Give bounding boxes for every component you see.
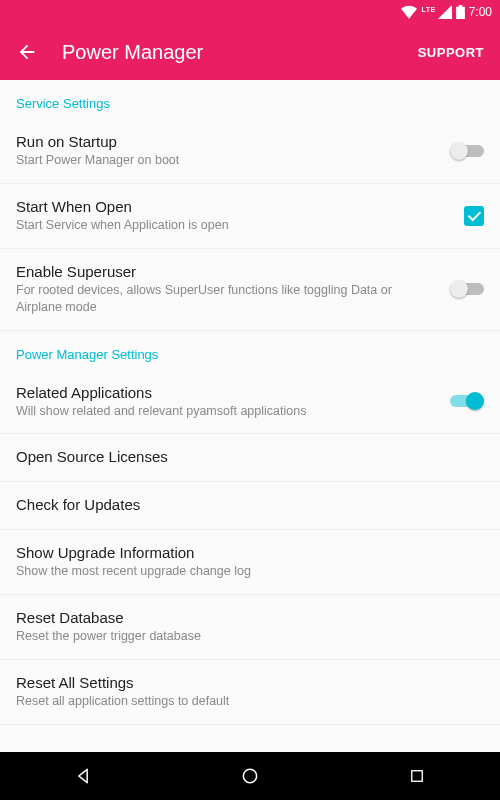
setting-reset-all-settings[interactable]: Reset All Settings Reset all application… (0, 660, 500, 725)
support-button[interactable]: SUPPORT (418, 45, 484, 60)
status-bar: LTE 7:00 (0, 0, 500, 24)
square-recent-icon (408, 767, 426, 785)
switch-related-applications[interactable] (450, 392, 484, 410)
checkbox-start-when-open[interactable] (464, 206, 484, 226)
back-button[interactable] (16, 41, 38, 63)
page-title: Power Manager (62, 41, 418, 64)
setting-reset-database[interactable]: Reset Database Reset the power trigger d… (0, 595, 500, 660)
setting-show-upgrade-info[interactable]: Show Upgrade Information Show the most r… (0, 530, 500, 595)
wifi-icon (401, 5, 417, 19)
switch-enable-superuser[interactable] (450, 280, 484, 298)
setting-start-when-open[interactable]: Start When Open Start Service when Appli… (0, 184, 500, 249)
section-header-service: Service Settings (0, 80, 500, 119)
setting-run-on-startup[interactable]: Run on Startup Start Power Manager on bo… (0, 119, 500, 184)
setting-title: Run on Startup (16, 133, 438, 150)
setting-subtitle: Start Service when Application is open (16, 217, 452, 234)
setting-title: Related Applications (16, 384, 438, 401)
setting-subtitle: Reset the power trigger database (16, 628, 472, 645)
setting-title: Enable Superuser (16, 263, 438, 280)
setting-enable-superuser[interactable]: Enable Superuser For rooted devices, all… (0, 249, 500, 331)
circle-home-icon (240, 766, 260, 786)
setting-related-applications[interactable]: Related Applications Will show related a… (0, 370, 500, 435)
setting-title: Check for Updates (16, 496, 472, 513)
setting-subtitle: Reset all application settings to defaul… (16, 693, 472, 710)
setting-title: Show Upgrade Information (16, 544, 472, 561)
setting-subtitle: Start Power Manager on boot (16, 152, 438, 169)
nav-back-button[interactable] (1, 766, 166, 786)
network-lte-label: LTE (421, 6, 435, 13)
battery-icon (456, 5, 465, 19)
triangle-back-icon (73, 766, 93, 786)
section-header-pm: Power Manager Settings (0, 331, 500, 370)
navigation-bar (0, 752, 500, 800)
signal-icon (438, 5, 452, 19)
svg-point-0 (243, 769, 256, 782)
setting-title: Reset Database (16, 609, 472, 626)
setting-title: Reset All Settings (16, 674, 472, 691)
setting-check-for-updates[interactable]: Check for Updates (0, 482, 500, 530)
arrow-back-icon (16, 41, 38, 63)
app-bar: Power Manager SUPPORT (0, 24, 500, 80)
svg-rect-1 (411, 771, 422, 782)
setting-title: Start When Open (16, 198, 452, 215)
settings-scroll[interactable]: Service Settings Run on Startup Start Po… (0, 80, 500, 752)
setting-subtitle: For rooted devices, allows SuperUser fun… (16, 282, 438, 316)
setting-subtitle: Will show related and relevant pyamsoft … (16, 403, 438, 420)
switch-run-on-startup[interactable] (450, 142, 484, 160)
status-time: 7:00 (469, 5, 492, 19)
nav-recent-button[interactable] (334, 767, 499, 785)
nav-home-button[interactable] (167, 766, 332, 786)
setting-open-source-licenses[interactable]: Open Source Licenses (0, 434, 500, 482)
setting-title: Open Source Licenses (16, 448, 472, 465)
setting-subtitle: Show the most recent upgrade change log (16, 563, 472, 580)
